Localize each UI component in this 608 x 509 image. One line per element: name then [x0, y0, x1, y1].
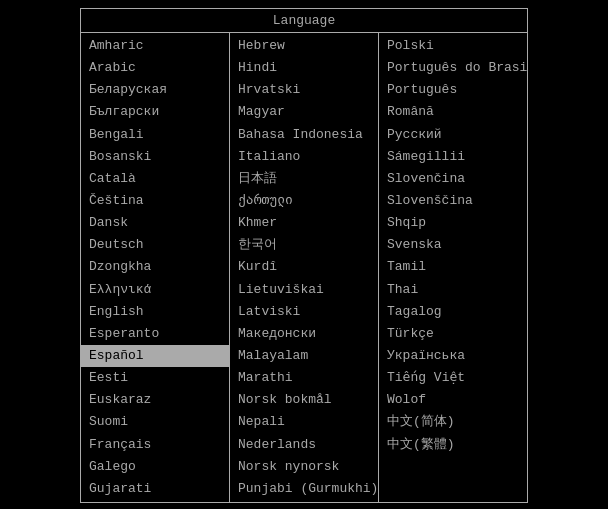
- language-item-0-12[interactable]: English: [81, 301, 229, 323]
- language-item-1-9[interactable]: 한국어: [230, 234, 378, 256]
- language-item-1-3[interactable]: Magyar: [230, 101, 378, 123]
- language-item-2-11[interactable]: Thai: [379, 279, 527, 301]
- language-item-2-10[interactable]: Tamil: [379, 256, 527, 278]
- language-item-1-19[interactable]: Norsk nynorsk: [230, 456, 378, 478]
- language-item-2-16[interactable]: Wolof: [379, 389, 527, 411]
- language-item-2-2[interactable]: Português: [379, 79, 527, 101]
- language-item-2-3[interactable]: Română: [379, 101, 527, 123]
- language-item-2-14[interactable]: Українська: [379, 345, 527, 367]
- language-item-0-19[interactable]: Galego: [81, 456, 229, 478]
- language-item-2-8[interactable]: Shqip: [379, 212, 527, 234]
- language-item-0-15[interactable]: Eesti: [81, 367, 229, 389]
- language-item-2-17[interactable]: 中文(简体): [379, 411, 527, 433]
- language-item-1-12[interactable]: Latviski: [230, 301, 378, 323]
- language-item-0-8[interactable]: Dansk: [81, 212, 229, 234]
- language-item-1-10[interactable]: Kurdî: [230, 256, 378, 278]
- language-item-2-5[interactable]: Sámegillii: [379, 146, 527, 168]
- language-item-1-14[interactable]: Malayalam: [230, 345, 378, 367]
- language-item-0-2[interactable]: Беларуская: [81, 79, 229, 101]
- language-item-0-16[interactable]: Euskaraz: [81, 389, 229, 411]
- language-item-0-1[interactable]: Arabic: [81, 57, 229, 79]
- language-item-2-4[interactable]: Русский: [379, 124, 527, 146]
- language-item-1-8[interactable]: Khmer: [230, 212, 378, 234]
- language-item-1-6[interactable]: 日本語: [230, 168, 378, 190]
- language-item-0-0[interactable]: Amharic: [81, 35, 229, 57]
- language-column-0: AmharicArabicБеларускаяБългарскиBengaliB…: [81, 33, 230, 502]
- language-item-0-3[interactable]: Български: [81, 101, 229, 123]
- language-item-2-12[interactable]: Tagalog: [379, 301, 527, 323]
- language-column-2: PolskiPortuguês do BrasilPortuguêsRomână…: [379, 33, 527, 502]
- language-item-1-17[interactable]: Nepali: [230, 411, 378, 433]
- language-item-1-16[interactable]: Norsk bokmål: [230, 389, 378, 411]
- language-item-2-15[interactable]: Tiếng Việt: [379, 367, 527, 389]
- language-item-0-9[interactable]: Deutsch: [81, 234, 229, 256]
- language-column-1: HebrewHindiHrvatskiMagyarBahasa Indonesi…: [230, 33, 379, 502]
- language-item-0-13[interactable]: Esperanto: [81, 323, 229, 345]
- language-item-0-20[interactable]: Gujarati: [81, 478, 229, 500]
- language-item-1-7[interactable]: ქართული: [230, 190, 378, 212]
- dialog-title: Language: [81, 9, 527, 33]
- language-item-1-5[interactable]: Italiano: [230, 146, 378, 168]
- language-item-1-0[interactable]: Hebrew: [230, 35, 378, 57]
- language-item-0-18[interactable]: Français: [81, 434, 229, 456]
- language-item-1-4[interactable]: Bahasa Indonesia: [230, 124, 378, 146]
- language-columns: AmharicArabicБеларускаяБългарскиBengaliB…: [81, 33, 527, 502]
- language-item-0-4[interactable]: Bengali: [81, 124, 229, 146]
- language-item-2-0[interactable]: Polski: [379, 35, 527, 57]
- language-item-1-15[interactable]: Marathi: [230, 367, 378, 389]
- language-dialog: Language AmharicArabicБеларускаяБългарск…: [80, 8, 528, 503]
- language-item-1-13[interactable]: Македонски: [230, 323, 378, 345]
- language-item-2-1[interactable]: Português do Brasil: [379, 57, 527, 79]
- language-item-0-5[interactable]: Bosanski: [81, 146, 229, 168]
- language-item-0-7[interactable]: Čeština: [81, 190, 229, 212]
- language-item-1-2[interactable]: Hrvatski: [230, 79, 378, 101]
- language-item-2-13[interactable]: Türkçe: [379, 323, 527, 345]
- language-item-0-6[interactable]: Català: [81, 168, 229, 190]
- language-item-0-10[interactable]: Dzongkha: [81, 256, 229, 278]
- language-item-2-7[interactable]: Slovenščina: [379, 190, 527, 212]
- app: Language AmharicArabicБеларускаяБългарск…: [0, 0, 608, 509]
- language-item-2-6[interactable]: Slovenčina: [379, 168, 527, 190]
- language-item-0-17[interactable]: Suomi: [81, 411, 229, 433]
- language-item-1-20[interactable]: Punjabi (Gurmukhi): [230, 478, 378, 500]
- language-item-1-1[interactable]: Hindi: [230, 57, 378, 79]
- language-item-1-11[interactable]: Lietuviškai: [230, 279, 378, 301]
- language-item-0-11[interactable]: Ελληνικά: [81, 279, 229, 301]
- language-item-2-18[interactable]: 中文(繁體): [379, 434, 527, 456]
- language-item-2-9[interactable]: Svenska: [379, 234, 527, 256]
- language-item-0-14[interactable]: Español: [81, 345, 229, 367]
- language-item-1-18[interactable]: Nederlands: [230, 434, 378, 456]
